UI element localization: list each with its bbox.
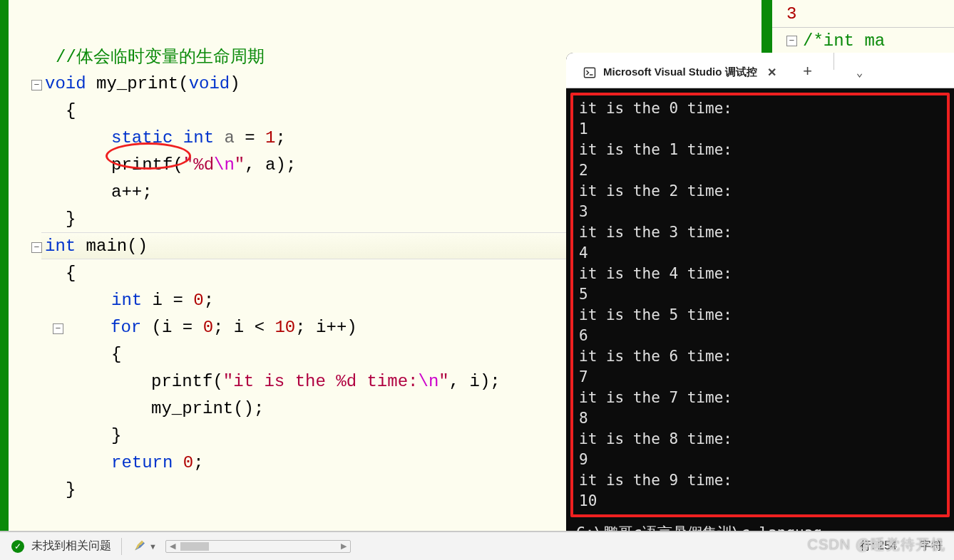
svg-rect-0 bbox=[585, 68, 595, 78]
comment-fragment: /*int ma bbox=[803, 31, 885, 51]
args: , a) bbox=[245, 155, 286, 175]
paren: ( bbox=[173, 155, 183, 175]
console-line: 1 bbox=[579, 119, 941, 140]
semi: ; bbox=[286, 155, 296, 175]
console-line: 10 bbox=[579, 491, 941, 512]
num-1: 1 bbox=[265, 128, 275, 147]
fold-toggle[interactable]: − bbox=[53, 323, 63, 334]
semi: ; bbox=[193, 453, 203, 472]
quote: " bbox=[235, 155, 245, 175]
args: , i); bbox=[449, 372, 501, 391]
stmt-inc: a++; bbox=[111, 182, 153, 202]
console-line: it is the 8 time: bbox=[579, 429, 941, 450]
brace: } bbox=[66, 480, 76, 499]
string: it is the %d time: bbox=[233, 372, 418, 391]
sp bbox=[173, 453, 183, 472]
horizontal-scrollbar[interactable]: ◀ ▶ bbox=[165, 540, 351, 553]
paren: ( bbox=[178, 74, 188, 93]
quote: " bbox=[183, 155, 193, 175]
console-line: 8 bbox=[579, 408, 941, 429]
esc: \n bbox=[214, 155, 235, 175]
console-tab[interactable]: Microsoft Visual Studio 调试控 ✕ bbox=[570, 57, 792, 88]
ident-a: a bbox=[214, 128, 245, 147]
fn-name: my_print bbox=[86, 74, 179, 93]
fold-toggle[interactable]: − bbox=[31, 242, 42, 253]
tab-dropdown-button[interactable]: ⌄ bbox=[844, 57, 876, 88]
console-line: it is the 5 time: bbox=[579, 305, 941, 326]
console-line: 7 bbox=[579, 367, 941, 388]
check-icon: ✓ bbox=[11, 540, 24, 553]
console-line: 4 bbox=[579, 243, 941, 264]
quote: " bbox=[438, 372, 448, 391]
semi: ; bbox=[275, 128, 285, 147]
console-line: 3 bbox=[579, 202, 941, 222]
scroll-thumb[interactable] bbox=[180, 542, 209, 551]
close-icon[interactable]: ✕ bbox=[764, 66, 779, 79]
console-line: it is the 1 time: bbox=[579, 140, 941, 160]
for-b: ; i < bbox=[213, 318, 275, 337]
fold-toggle[interactable]: − bbox=[786, 36, 797, 46]
console-line: 2 bbox=[579, 160, 941, 181]
kw-int: int bbox=[111, 291, 142, 310]
brace: { bbox=[66, 101, 76, 120]
console-line: 6 bbox=[579, 326, 941, 346]
code-comment: //体会临时变量的生命周期 bbox=[56, 45, 265, 68]
num: 0 bbox=[203, 318, 213, 337]
brace: } bbox=[66, 209, 76, 229]
console-line: it is the 6 time: bbox=[579, 346, 941, 367]
console-line: it is the 7 time: bbox=[579, 388, 941, 408]
kw-int: int bbox=[173, 128, 214, 147]
quote: " bbox=[223, 372, 233, 391]
kw-void2: void bbox=[189, 74, 230, 93]
status-issues[interactable]: 未找到相关问题 bbox=[31, 539, 111, 554]
brace: { bbox=[66, 264, 76, 283]
console-line: it is the 9 time: bbox=[579, 470, 941, 491]
fn-printf: printf bbox=[151, 372, 212, 391]
terminal-icon bbox=[583, 66, 596, 79]
console-line: 9 bbox=[579, 450, 941, 470]
kw-for: for bbox=[111, 318, 141, 337]
output-highlight-box: it is the 0 time:1it is the 1 time:2it i… bbox=[570, 93, 950, 517]
for-a: (i = bbox=[141, 318, 202, 337]
brace: } bbox=[111, 426, 121, 445]
new-tab-button[interactable]: + bbox=[792, 57, 824, 88]
fold-toggle[interactable]: − bbox=[31, 80, 42, 90]
num: 0 bbox=[183, 453, 193, 472]
kw-return: return bbox=[111, 453, 173, 472]
console-line: it is the 2 time: bbox=[579, 181, 941, 202]
console-output[interactable]: it is the 0 time:1it is the 1 time:2it i… bbox=[566, 88, 954, 560]
op-eq: = bbox=[245, 128, 265, 147]
num-0: 0 bbox=[193, 291, 203, 310]
tab-title: Microsoft Visual Studio 调试控 bbox=[603, 66, 757, 79]
debug-console-window: Microsoft Visual Studio 调试控 ✕ + ⌄ it is … bbox=[566, 53, 954, 560]
console-line: 5 bbox=[579, 284, 941, 305]
scroll-right-icon[interactable]: ▶ bbox=[337, 541, 350, 551]
console-tabbar: Microsoft Visual Studio 调试控 ✕ + ⌄ bbox=[566, 53, 954, 88]
console-line: it is the 4 time: bbox=[579, 264, 941, 284]
console-line: it is the 0 time: bbox=[579, 98, 941, 119]
paren-close: ) bbox=[230, 74, 240, 93]
line-number: 3 bbox=[786, 4, 796, 24]
brush-icon[interactable] bbox=[132, 539, 146, 554]
esc: \n bbox=[418, 372, 438, 391]
console-line: it is the 3 time: bbox=[579, 222, 941, 243]
decl: i = bbox=[142, 291, 193, 310]
fn-call: my_print(); bbox=[151, 399, 264, 418]
fn-printf: printf bbox=[111, 155, 173, 175]
parens: () bbox=[127, 237, 148, 256]
kw-void: void bbox=[45, 74, 86, 93]
for-c: ; i++) bbox=[295, 318, 357, 337]
brace: { bbox=[111, 345, 121, 364]
num: 10 bbox=[275, 318, 295, 337]
dropdown-icon[interactable]: ▼ bbox=[149, 542, 157, 551]
paren: ( bbox=[212, 372, 222, 391]
kw-int: int bbox=[45, 237, 76, 256]
semi: ; bbox=[204, 291, 214, 310]
fmt: %d bbox=[193, 155, 214, 175]
scroll-left-icon[interactable]: ◀ bbox=[166, 541, 179, 551]
watermark: CSDN @睡觉待开机 bbox=[807, 535, 945, 554]
fn-main: main bbox=[76, 237, 127, 256]
kw-static: static bbox=[111, 128, 173, 147]
